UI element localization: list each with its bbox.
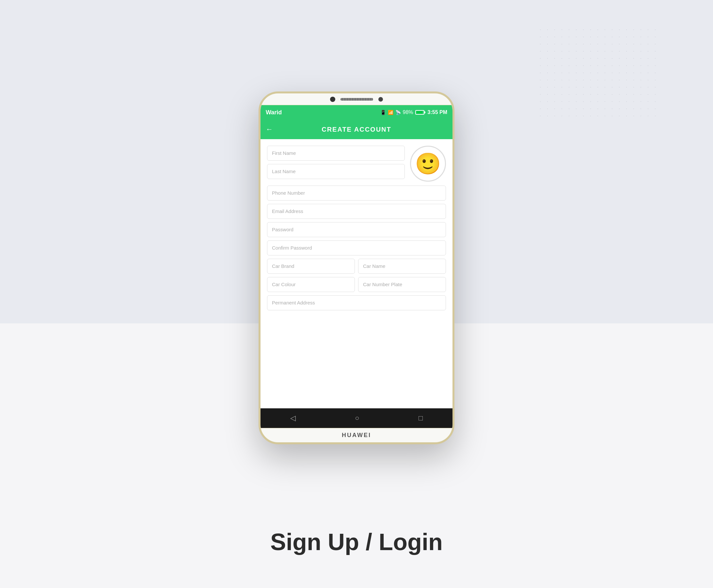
brand-label: HUAWEI (342, 432, 371, 439)
dot-pattern-decoration (537, 26, 661, 118)
status-icons: 📱 📶 📡 98% 3:55 PM (380, 109, 448, 115)
car-brand-name-row (267, 259, 446, 274)
battery-percent-label: 98% (403, 109, 413, 115)
app-bar: ← CREATE ACCOUNT (261, 120, 452, 139)
car-number-plate-input[interactable] (358, 277, 446, 292)
wifi-icon: 📶 (388, 110, 393, 115)
back-button[interactable]: ← (266, 125, 273, 133)
avatar-icon: 🙂 (415, 152, 441, 176)
phone-icon: 📱 (380, 110, 386, 115)
form-content: 🙂 (261, 139, 452, 408)
phone-number-row (267, 186, 446, 201)
name-fields-group (267, 146, 405, 179)
phone-number-input[interactable] (267, 186, 446, 201)
phone-mockup: Warid 📱 📶 📡 98% 3:55 PM ← CREATE ACCOUNT (259, 91, 454, 444)
car-colour-input[interactable] (267, 277, 355, 292)
phone-device: Warid 📱 📶 📡 98% 3:55 PM ← CREATE ACCOUNT (259, 91, 454, 444)
nav-back-button[interactable]: ◁ (290, 414, 296, 422)
car-brand-input[interactable] (267, 259, 355, 274)
permanent-address-input[interactable] (267, 295, 446, 310)
password-input[interactable] (267, 222, 446, 237)
phone-speaker (341, 98, 373, 101)
last-name-input[interactable] (267, 164, 405, 179)
phone-front-camera (379, 97, 383, 102)
phone-hardware-top (261, 93, 452, 105)
status-bar: Warid 📱 📶 📡 98% 3:55 PM (261, 105, 452, 120)
address-row (267, 295, 446, 310)
app-bar-title: CREATE ACCOUNT (322, 126, 391, 133)
top-form-row: 🙂 (267, 146, 446, 182)
bottom-nav: ◁ ○ □ (261, 408, 452, 428)
car-colour-plate-row (267, 277, 446, 292)
nav-home-button[interactable]: ○ (355, 414, 359, 422)
first-name-input[interactable] (267, 146, 405, 161)
avatar-picker[interactable]: 🙂 (410, 146, 446, 182)
brand-label-bar: HUAWEI (261, 428, 452, 442)
phone-camera (330, 97, 335, 102)
password-row (267, 222, 446, 237)
carrier-label: Warid (266, 109, 282, 116)
email-input[interactable] (267, 204, 446, 219)
time-label: 3:55 PM (428, 109, 447, 115)
confirm-password-input[interactable] (267, 240, 446, 255)
battery-indicator (415, 110, 425, 115)
email-row (267, 204, 446, 219)
car-name-input[interactable] (358, 259, 446, 274)
page-title: Sign Up / Login (270, 528, 443, 555)
nav-recent-button[interactable]: □ (418, 414, 423, 422)
battery-fill (416, 111, 423, 114)
confirm-password-row (267, 240, 446, 255)
signal-icon: 📡 (395, 110, 401, 115)
